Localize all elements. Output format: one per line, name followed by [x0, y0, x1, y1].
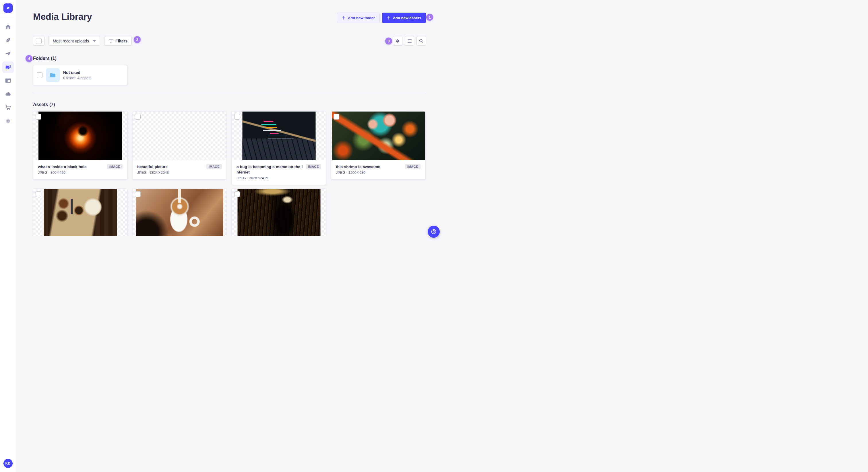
annotation-badge-1: 1	[426, 14, 433, 21]
folder-name: Not used	[63, 70, 91, 75]
laptop-code-image	[242, 111, 315, 160]
asset-thumbnail[interactable]	[133, 111, 226, 160]
asset-name: beautiful-picture	[137, 164, 167, 169]
annotation-badge-2: 2	[134, 36, 141, 43]
black-hole-image	[38, 111, 122, 160]
add-new-folder-button[interactable]: Add new folder	[337, 12, 380, 23]
asset-card[interactable]: a-bug-is-becoming-a-meme-on-the-internet…	[231, 111, 326, 185]
sidebar-nav	[2, 21, 14, 127]
folders-section-title: Folders (1)	[33, 56, 426, 61]
asset-card[interactable]: the-internet-s-own-boy IMAGE JPEG - 1200…	[231, 189, 326, 236]
sidebar-item-content-type-builder[interactable]	[2, 75, 14, 86]
asset-name: what-s-inside-a-black-hole	[38, 164, 87, 169]
page-title: Media Library	[33, 11, 92, 22]
home-icon	[5, 24, 11, 30]
folder-checkbox[interactable]	[37, 72, 42, 78]
asset-card-footer: this-shrimp-is-awesome IMAGE JPEG - 1200…	[331, 160, 425, 179]
sidebar-item-media-library[interactable]	[2, 61, 14, 73]
toolbar: Most recent uploads Filters	[33, 36, 426, 45]
add-new-folder-label: Add new folder	[348, 16, 375, 20]
folder-icon	[50, 72, 56, 78]
paper-plane-icon	[5, 50, 11, 57]
folder-info: Not used 0 folder, 4 assets	[63, 70, 91, 80]
chevron-down-icon	[93, 40, 96, 42]
asset-type-badge: IMAGE	[405, 164, 421, 169]
add-new-assets-label: Add new assets	[393, 16, 421, 20]
search-button[interactable]	[416, 36, 426, 45]
asset-card[interactable]: coffee-beans IMAGE JPEG - 5021✕3347	[33, 189, 127, 236]
latte-art-image	[136, 189, 223, 236]
search-icon	[419, 38, 424, 43]
list-icon	[407, 39, 412, 43]
folder-meta: 0 folder, 4 assets	[63, 76, 91, 80]
feather-icon	[5, 37, 11, 43]
library-portrait-image	[237, 189, 320, 236]
asset-checkbox[interactable]	[36, 191, 41, 197]
sidebar-item-home[interactable]	[2, 21, 14, 32]
asset-thumbnail[interactable]	[232, 189, 326, 236]
list-view-button[interactable]	[405, 36, 414, 45]
grid-settings-button[interactable]	[393, 36, 402, 45]
asset-card[interactable]: what-s-inside-a-black-hole IMAGE JPEG - …	[33, 111, 127, 179]
filter-icon	[108, 39, 113, 43]
sidebar-item-content[interactable]	[2, 34, 14, 46]
asset-card[interactable]: this-shrimp-is-awesome IMAGE JPEG - 1200…	[331, 111, 425, 179]
assets-section-title: Assets (7)	[33, 102, 426, 107]
filters-button[interactable]: Filters	[104, 36, 132, 45]
sidebar-item-releases[interactable]	[2, 48, 14, 59]
asset-type-badge: IMAGE	[107, 164, 123, 169]
asset-checkbox[interactable]	[334, 114, 339, 120]
cart-icon	[5, 104, 11, 111]
media-library-page: Media Library Add new folder Add new ass…	[16, 0, 434, 236]
question-mark-icon	[431, 229, 434, 235]
layout-icon	[5, 77, 11, 84]
page-header: Media Library Add new folder Add new ass…	[33, 11, 426, 23]
asset-name: a-bug-is-becoming-a-meme-on-the-internet	[237, 164, 303, 175]
asset-checkbox[interactable]	[135, 191, 141, 197]
select-all-checkbox[interactable]	[36, 38, 42, 44]
sort-select[interactable]: Most recent uploads	[49, 36, 100, 45]
folder-tile	[46, 68, 60, 82]
filters-label: Filters	[115, 39, 127, 43]
asset-checkbox[interactable]	[234, 114, 240, 120]
mantis-shrimp-image	[332, 111, 425, 160]
media-library-icon	[5, 64, 11, 70]
asset-thumbnail[interactable]	[33, 189, 127, 236]
header-actions: Add new folder Add new assets	[337, 12, 426, 23]
sidebar-item-marketplace[interactable]	[2, 102, 14, 113]
mountain-landscape-image	[143, 111, 216, 160]
sidebar-item-deploy[interactable]	[2, 88, 14, 100]
view-controls	[393, 36, 426, 45]
asset-checkbox[interactable]	[135, 114, 141, 120]
asset-card[interactable]: beautiful-picture IMAGE JPEG - 3824✕2548	[132, 111, 227, 179]
asset-meta: JPEG - 3628✕2419	[237, 176, 321, 180]
asset-checkbox[interactable]	[36, 114, 41, 120]
strapi-logo-icon	[5, 5, 11, 11]
asset-meta: JPEG - 800✕466	[38, 170, 123, 175]
plus-icon	[342, 16, 346, 20]
sort-select-value: Most recent uploads	[53, 39, 89, 43]
asset-card-footer: a-bug-is-becoming-a-meme-on-the-internet…	[232, 160, 326, 185]
sidebar: KD	[0, 0, 16, 236]
asset-checkbox[interactable]	[234, 191, 240, 197]
sidebar-item-settings[interactable]	[2, 115, 14, 127]
asset-thumbnail[interactable]	[331, 111, 425, 160]
asset-meta: JPEG - 3824✕2548	[137, 170, 222, 175]
cloud-icon	[5, 91, 11, 97]
asset-type-badge: IMAGE	[306, 164, 321, 169]
strapi-logo[interactable]	[3, 3, 12, 12]
asset-thumbnail[interactable]	[33, 111, 127, 160]
annotation-badge-3: 3	[385, 38, 392, 44]
asset-thumbnail[interactable]	[133, 189, 226, 236]
sidebar-divider	[0, 16, 16, 16]
asset-thumbnail[interactable]	[232, 111, 326, 160]
settings-icon	[395, 38, 400, 43]
select-all-checkbox-button[interactable]	[33, 36, 44, 45]
add-new-assets-button[interactable]: Add new assets	[382, 12, 426, 23]
toolbar-left: Most recent uploads Filters	[33, 36, 132, 45]
folder-card[interactable]: Not used 0 folder, 4 assets	[33, 65, 127, 85]
asset-card[interactable]: coffee-art IMAGE JPEG - 5824✕3259	[132, 189, 227, 236]
asset-card-footer: beautiful-picture IMAGE JPEG - 3824✕2548	[133, 160, 226, 179]
asset-meta: JPEG - 1200✕630	[336, 170, 421, 175]
gear-icon	[5, 118, 11, 124]
